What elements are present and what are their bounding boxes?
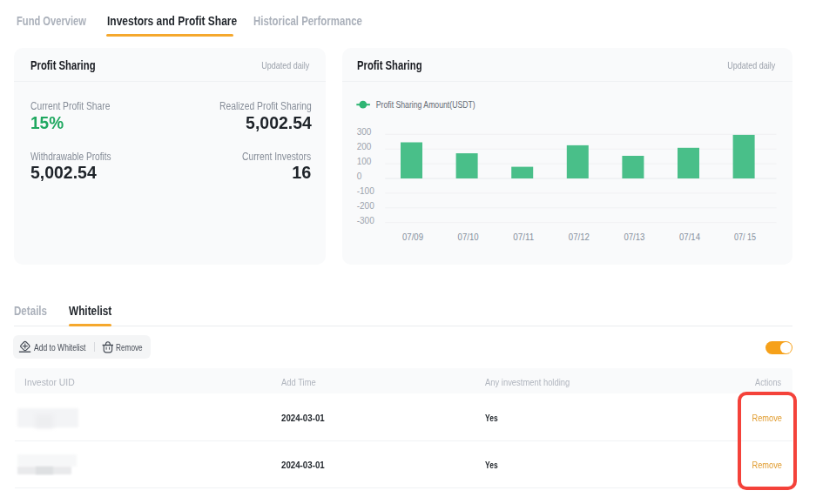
svg-text:-100: -100 [357,186,374,196]
svg-text:07/10: 07/10 [458,232,479,242]
svg-text:-200: -200 [357,201,374,211]
svg-text:100: 100 [357,157,372,166]
svg-text:07/ 15: 07/ 15 [734,232,756,242]
svg-text:07/09: 07/09 [402,232,423,242]
svg-text:07/12: 07/12 [569,232,590,242]
svg-text:07/13: 07/13 [624,232,644,242]
svg-text:-300: -300 [357,216,374,225]
svg-text:07/14: 07/14 [679,232,700,242]
svg-text:Profit Sharing Amount(USDT): Profit Sharing Amount(USDT) [376,99,475,110]
svg-text:300: 300 [357,127,372,137]
svg-text:07/11: 07/11 [513,232,534,242]
svg-text:0: 0 [357,171,362,181]
svg-text:200: 200 [357,142,372,151]
